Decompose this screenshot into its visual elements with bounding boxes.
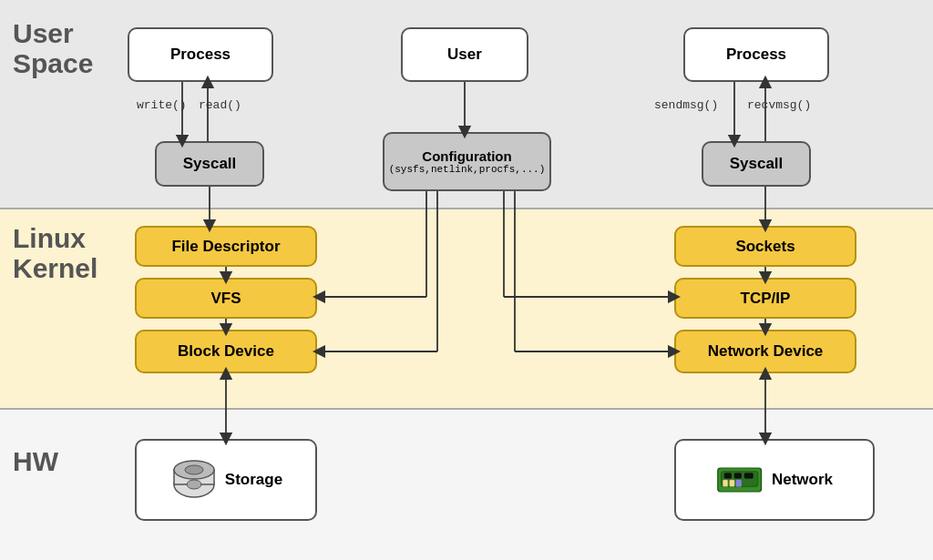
configuration-box: Configuration (sysfs,netlink,procfs,...) bbox=[383, 132, 551, 191]
sendmsg-label: sendmsg() bbox=[654, 98, 718, 112]
syscall-left-box: Syscall bbox=[155, 141, 264, 187]
svg-rect-9 bbox=[744, 473, 753, 479]
storage-box: Storage bbox=[135, 439, 317, 521]
syscall-right-box: Syscall bbox=[702, 141, 811, 187]
network-box: Network bbox=[674, 439, 875, 521]
linux-kernel-label: Linux Kernel bbox=[13, 223, 58, 283]
svg-point-4 bbox=[187, 480, 201, 489]
svg-rect-12 bbox=[736, 480, 742, 486]
storage-icon bbox=[169, 457, 220, 503]
block-device-box: Block Device bbox=[135, 330, 317, 373]
user-space-label: User Space bbox=[13, 18, 58, 78]
sockets-box: Sockets bbox=[674, 226, 856, 267]
vfs-box: VFS bbox=[135, 278, 317, 319]
process-right-box: Process bbox=[683, 27, 829, 82]
write-label: write() bbox=[137, 98, 187, 112]
svg-rect-10 bbox=[723, 480, 728, 486]
svg-rect-7 bbox=[724, 473, 731, 479]
tcp-ip-box: TCP/IP bbox=[674, 278, 856, 319]
process-left-box: Process bbox=[128, 27, 273, 82]
diagram-container: User Space Linux Kernel HW Process Proce… bbox=[0, 0, 933, 560]
file-descriptor-box: File Descriptor bbox=[135, 226, 317, 267]
hw-label: HW bbox=[13, 446, 58, 477]
network-icon bbox=[716, 460, 766, 500]
read-label: read() bbox=[199, 98, 241, 112]
svg-rect-11 bbox=[730, 480, 735, 486]
svg-rect-8 bbox=[734, 473, 741, 479]
network-device-box: Network Device bbox=[674, 330, 856, 373]
user-center-box: User bbox=[401, 27, 528, 82]
recvmsg-label: recvmsg() bbox=[747, 98, 811, 112]
svg-point-3 bbox=[185, 465, 203, 474]
